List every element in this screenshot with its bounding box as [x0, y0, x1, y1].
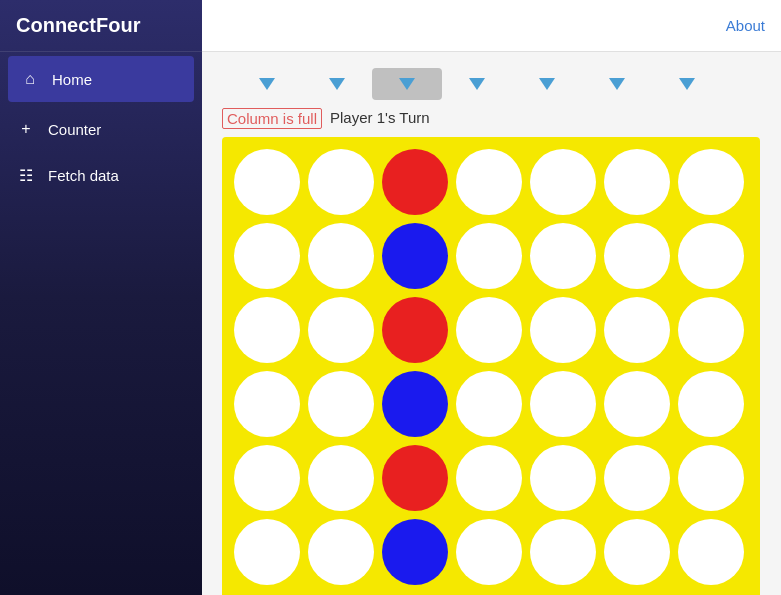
- column-full-text: Column is full: [222, 108, 322, 129]
- drop-arrow-icon-2: [399, 78, 415, 90]
- cell-1-2: [382, 223, 448, 289]
- cell-3-4: [530, 371, 596, 437]
- cell-5-3: [456, 519, 522, 585]
- drop-button-col-1[interactable]: [302, 68, 372, 100]
- cell-3-6: [678, 371, 744, 437]
- cell-3-2: [382, 371, 448, 437]
- counter-icon: +: [16, 120, 36, 138]
- cell-0-0: [234, 149, 300, 215]
- drop-button-col-2[interactable]: [372, 68, 442, 100]
- cell-4-3: [456, 445, 522, 511]
- cell-1-3: [456, 223, 522, 289]
- cell-1-4: [530, 223, 596, 289]
- cell-0-2: [382, 149, 448, 215]
- app-title: ConnectFour: [0, 0, 202, 52]
- cell-3-3: [456, 371, 522, 437]
- sidebar-item-home[interactable]: ⌂Home: [8, 56, 194, 102]
- drop-button-col-0[interactable]: [232, 68, 302, 100]
- cell-5-0: [234, 519, 300, 585]
- cell-2-3: [456, 297, 522, 363]
- cell-3-0: [234, 371, 300, 437]
- cell-5-5: [604, 519, 670, 585]
- drop-arrow-icon-4: [539, 78, 555, 90]
- sidebar-item-label-counter: Counter: [48, 121, 101, 138]
- cell-0-1: [308, 149, 374, 215]
- turn-text: Player 1's Turn: [326, 108, 434, 129]
- content-area: Column is full Player 1's Turn: [202, 52, 781, 595]
- fetch-data-icon: ☷: [16, 166, 36, 185]
- drop-arrow-icon-5: [609, 78, 625, 90]
- cell-1-5: [604, 223, 670, 289]
- status-message: Column is full Player 1's Turn: [222, 108, 761, 129]
- cell-5-4: [530, 519, 596, 585]
- cell-0-3: [456, 149, 522, 215]
- home-icon: ⌂: [20, 70, 40, 88]
- drop-arrow-icon-1: [329, 78, 345, 90]
- cell-5-6: [678, 519, 744, 585]
- sidebar-item-fetch-data[interactable]: ☷Fetch data: [0, 152, 202, 199]
- sidebar-item-label-home: Home: [52, 71, 92, 88]
- cell-5-2: [382, 519, 448, 585]
- cell-3-1: [308, 371, 374, 437]
- cell-4-6: [678, 445, 744, 511]
- drop-button-col-6[interactable]: [652, 68, 722, 100]
- drop-arrow-icon-6: [679, 78, 695, 90]
- sidebar-item-counter[interactable]: +Counter: [0, 106, 202, 152]
- cell-2-4: [530, 297, 596, 363]
- cell-3-5: [604, 371, 670, 437]
- topbar: About: [202, 0, 781, 52]
- drop-button-col-5[interactable]: [582, 68, 652, 100]
- drop-button-col-3[interactable]: [442, 68, 512, 100]
- cell-1-6: [678, 223, 744, 289]
- cell-2-5: [604, 297, 670, 363]
- cell-0-4: [530, 149, 596, 215]
- cell-5-1: [308, 519, 374, 585]
- cell-1-1: [308, 223, 374, 289]
- sidebar-item-label-fetch-data: Fetch data: [48, 167, 119, 184]
- game-board: [222, 137, 760, 595]
- cell-4-2: [382, 445, 448, 511]
- main-content: About Column is full Player 1's Turn: [202, 0, 781, 595]
- cell-4-0: [234, 445, 300, 511]
- cell-2-0: [234, 297, 300, 363]
- sidebar: ConnectFour ⌂Home+Counter☷Fetch data: [0, 0, 202, 595]
- cell-2-1: [308, 297, 374, 363]
- cell-4-5: [604, 445, 670, 511]
- nav-items: ⌂Home+Counter☷Fetch data: [0, 52, 202, 199]
- drop-arrow-icon-3: [469, 78, 485, 90]
- cell-2-6: [678, 297, 744, 363]
- cell-0-5: [604, 149, 670, 215]
- drop-buttons-row: [222, 68, 761, 100]
- cell-4-4: [530, 445, 596, 511]
- drop-arrow-icon-0: [259, 78, 275, 90]
- drop-button-col-4[interactable]: [512, 68, 582, 100]
- about-link[interactable]: About: [726, 17, 765, 34]
- cell-4-1: [308, 445, 374, 511]
- cell-1-0: [234, 223, 300, 289]
- cell-2-2: [382, 297, 448, 363]
- cell-0-6: [678, 149, 744, 215]
